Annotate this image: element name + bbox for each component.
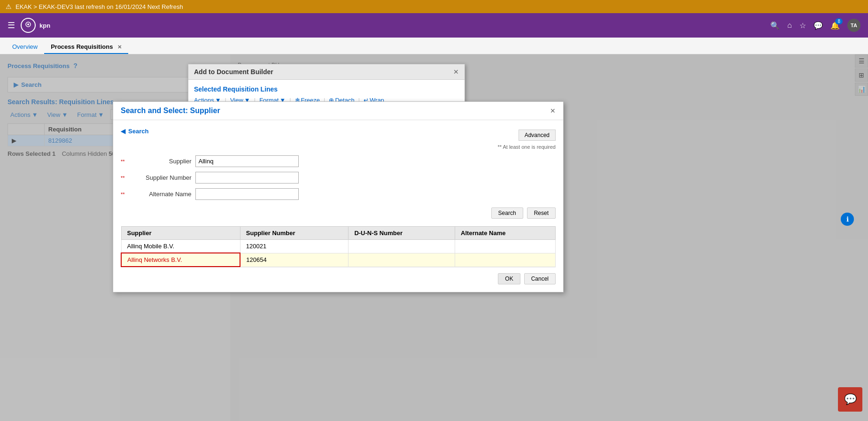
ss-row2-number: 120654 bbox=[240, 253, 349, 267]
alternate-name-label: Alternate Name bbox=[131, 191, 192, 198]
main-content: Process Requisitions ? ▶ Search Search R… bbox=[0, 54, 868, 421]
ss-row1-duns bbox=[349, 240, 455, 253]
ss-row2-supplier[interactable]: Allinq Networks B.V. bbox=[121, 253, 240, 267]
ss-search-toggle[interactable]: ◀ Search bbox=[121, 128, 148, 135]
logo-text: kpn bbox=[39, 22, 50, 29]
ss-ok-btn[interactable]: OK bbox=[498, 273, 520, 284]
svg-point-1 bbox=[27, 23, 29, 25]
ss-search-label: Search bbox=[128, 128, 148, 135]
supplier-input[interactable] bbox=[195, 155, 299, 167]
supplier-number-input[interactable] bbox=[195, 172, 299, 184]
warning-icon: ⚠ bbox=[6, 3, 12, 10]
info-badge[interactable]: ℹ bbox=[841, 213, 854, 226]
main-header: ☰ kpn 🔍 ⌂ ☆ 💬 🔔 8 TA bbox=[0, 13, 868, 38]
message-icon[interactable]: 💬 bbox=[814, 21, 823, 30]
ss-cancel-btn[interactable]: Cancel bbox=[524, 273, 556, 284]
chat-button[interactable]: 💬 bbox=[838, 387, 862, 412]
avatar[interactable]: TA bbox=[847, 19, 860, 32]
search-header-icon[interactable]: 🔍 bbox=[770, 21, 780, 30]
supplier-label: Supplier bbox=[131, 158, 192, 165]
ss-row1-altname bbox=[455, 240, 556, 253]
ss-form: ** Supplier ** Supplier Number ** Altern… bbox=[121, 155, 556, 200]
tabs-bar: Overview Process Requisitions ✕ bbox=[0, 38, 868, 54]
ss-table-row-1[interactable]: Allinq Mobile B.V. 120021 bbox=[121, 240, 556, 253]
header-left: ☰ kpn bbox=[8, 18, 50, 33]
tab-process-requisitions[interactable]: Process Requisitions ✕ bbox=[44, 40, 128, 54]
warning-text: EKAK > EKAK-DEV3 last refresh on 16/01/2… bbox=[16, 3, 183, 10]
ss-col-duns[interactable]: D-U-N-S Number bbox=[349, 227, 455, 240]
ss-search-expand-icon: ◀ bbox=[121, 128, 125, 135]
tab-close-icon[interactable]: ✕ bbox=[117, 44, 122, 50]
ss-advanced-btn[interactable]: Advanced bbox=[519, 130, 556, 141]
logo: kpn bbox=[21, 18, 50, 33]
ss-col-alternate-name[interactable]: Alternate Name bbox=[455, 227, 556, 240]
search-select-modal: Search and Select: Supplier ✕ ◀ Search A… bbox=[113, 101, 564, 292]
ss-footer: OK Cancel bbox=[121, 267, 556, 284]
ss-search-btn[interactable]: Search bbox=[491, 207, 523, 219]
ss-col-supplier-number[interactable]: Supplier Number bbox=[240, 227, 349, 240]
add-to-doc-title: Add to Document Builder bbox=[194, 68, 273, 76]
ss-close-btn[interactable]: ✕ bbox=[550, 107, 556, 115]
ss-row2-duns bbox=[349, 253, 455, 267]
tab-overview[interactable]: Overview bbox=[6, 40, 44, 54]
supplier-number-label: Supplier Number bbox=[131, 174, 192, 181]
ss-body: ◀ Search Advanced ** At least one is req… bbox=[113, 120, 563, 292]
ss-reset-btn[interactable]: Reset bbox=[527, 207, 556, 219]
alternate-name-stars: ** bbox=[121, 191, 125, 197]
ss-form-row-alternate-name: ** Alternate Name bbox=[121, 188, 556, 200]
notification-badge[interactable]: 🔔 8 bbox=[830, 21, 840, 30]
add-to-doc-close[interactable]: ✕ bbox=[453, 68, 459, 76]
header-right: 🔍 ⌂ ☆ 💬 🔔 8 TA bbox=[770, 19, 860, 32]
supplier-number-stars: ** bbox=[121, 175, 125, 181]
supplier-stars: ** bbox=[121, 159, 125, 164]
ss-title: Search and Select: Supplier bbox=[121, 107, 220, 115]
logo-icon bbox=[21, 18, 36, 33]
home-icon[interactable]: ⌂ bbox=[787, 21, 792, 30]
ss-form-row-supplier: ** Supplier bbox=[121, 155, 556, 167]
ss-row1-number: 120021 bbox=[240, 240, 349, 253]
ss-col-supplier[interactable]: Supplier bbox=[121, 227, 240, 240]
ss-results-table: Supplier Supplier Number D-U-N-S Number … bbox=[121, 226, 556, 267]
ss-row1-supplier: Allinq Mobile B.V. bbox=[121, 240, 240, 253]
ss-row2-altname bbox=[455, 253, 556, 267]
ss-table-row-2[interactable]: Allinq Networks B.V. 120654 bbox=[121, 253, 556, 267]
ss-required-note: ** At least one is required bbox=[121, 144, 556, 150]
ss-header: Search and Select: Supplier ✕ bbox=[113, 102, 563, 120]
warning-bar: ⚠ EKAK > EKAK-DEV3 last refresh on 16/01… bbox=[0, 0, 868, 13]
add-to-doc-subtitle: Selected Requisition Lines bbox=[194, 85, 459, 93]
ss-action-row: Search Reset bbox=[121, 207, 556, 219]
add-to-doc-header: Add to Document Builder ✕ bbox=[188, 64, 465, 80]
alternate-name-input[interactable] bbox=[195, 188, 299, 200]
ss-form-row-supplier-number: ** Supplier Number bbox=[121, 172, 556, 184]
hamburger-icon[interactable]: ☰ bbox=[8, 20, 15, 31]
notification-count: 8 bbox=[835, 18, 843, 24]
star-icon[interactable]: ☆ bbox=[799, 21, 806, 30]
